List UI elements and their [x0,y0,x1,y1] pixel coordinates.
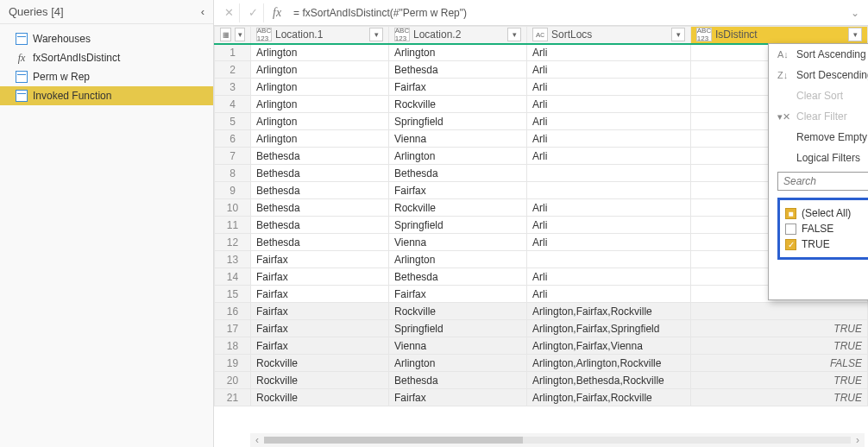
table-menu-icon[interactable]: ▾ [235,28,245,41]
cell-location2: Vienna [389,130,527,148]
table-row[interactable]: 21RockvilleFairfaxArlington,Fairfax,Rock… [215,389,868,406]
formula-bar: ✕ ✓ fx ⌄ [214,0,868,26]
row-number: 6 [215,130,251,148]
menu-remove-empty[interactable]: Remove Empty [769,127,868,148]
formula-input[interactable] [290,5,844,21]
cell-sortlocs: Arlington,Fairfax,Rockville [527,389,691,406]
column-header-sortlocs[interactable]: ACSortLocs▾ [527,27,691,44]
cell-sortlocs: Arli [527,217,691,234]
table-icon: ▦ [220,28,231,41]
cell-location1: Fairfax [251,320,389,337]
cell-location1: Fairfax [251,268,389,286]
cell-location1: Fairfax [251,251,389,268]
filter-option-true[interactable]: ✓TRUE [785,236,868,252]
table-row[interactable]: 19RockvilleArlingtonArlington,Arlington,… [215,355,868,372]
cell-location1: Arlington [251,61,389,79]
table-icon [16,33,28,45]
cell-isdistinct: TRUE [691,389,868,406]
row-number: 10 [215,199,251,217]
cell-location2: Arlington [389,44,527,61]
cell-location1: Bethesda [251,217,389,234]
row-number: 7 [215,148,251,165]
table-icon [16,90,28,102]
cell-location1: Arlington [251,79,389,96]
cell-location1: Rockville [251,389,389,406]
menu-clear-sort: Clear Sort [769,85,868,106]
row-number: 12 [215,234,251,251]
collapse-sidebar-icon[interactable]: ‹ [201,5,204,18]
cell-sortlocs [527,165,691,182]
cell-location1: Arlington [251,113,389,130]
cell-location2: Rockville [389,199,527,217]
menu-sort-ascending[interactable]: A↓Sort Ascending [769,44,868,65]
queries-pane: Queries [4] ‹ WarehousesfxfxSortAndIsDis… [0,0,214,447]
cell-location2: Rockville [389,303,527,320]
cell-location2: Springfield [389,113,527,130]
query-item[interactable]: fxfxSortAndIsDistinct [0,48,213,67]
cell-location2: Arlington [389,251,527,268]
row-number: 19 [215,355,251,372]
formula-cancel-icon[interactable]: ✕ [219,3,240,22]
cell-location2: Fairfax [389,286,527,303]
row-number: 20 [215,372,251,389]
table-row[interactable]: 18FairfaxViennaArlington,Fairfax,ViennaT… [215,337,868,355]
cell-sortlocs: Arli [527,130,691,148]
checkbox-empty-icon [785,224,796,235]
cell-sortlocs: Arlington,Bethesda,Rockville [527,372,691,389]
cell-location1: Fairfax [251,303,389,320]
type-abc-icon: ABC123 [394,28,410,41]
query-item[interactable]: Perm w Rep [0,67,213,86]
cell-location2: Arlington [389,355,527,372]
cell-sortlocs: Arlington,Fairfax,Springfield [527,320,691,337]
query-label: Warehouses [33,33,91,45]
formula-expand-icon[interactable]: ⌄ [847,7,863,19]
cell-location1: Arlington [251,44,389,61]
column-header-isdistinct[interactable]: ABC123IsDistinct▾ [691,27,868,44]
table-row[interactable]: 17FairfaxSpringfieldArlington,Fairfax,Sp… [215,320,868,337]
sort-desc-icon: Z↓ [777,70,789,80]
filter-dd-icon[interactable]: ▾ [848,28,862,41]
row-number: 17 [215,320,251,337]
row-number: 9 [215,182,251,199]
column-header-location1[interactable]: ABC123Location.1▾ [251,27,389,44]
cell-location2: Fairfax [389,389,527,406]
cell-sortlocs: Arlington,Fairfax,Rockville [527,303,691,320]
row-number: 8 [215,165,251,182]
cell-location2: Fairfax [389,79,527,96]
filter-search-input[interactable] [777,172,868,191]
menu-sort-descending[interactable]: Z↓Sort Descending [769,65,868,85]
cell-location1: Fairfax [251,286,389,303]
menu-clear-filter: ▾✕Clear Filter [769,106,868,127]
cell-location2: Bethesda [389,61,527,79]
filter-dd-icon[interactable]: ▾ [369,28,383,41]
column-header-location2[interactable]: ABC123Location.2▾ [389,27,527,44]
cell-isdistinct [691,303,868,320]
menu-logical-filters[interactable]: Logical Filters▸ [769,148,868,168]
table-row[interactable]: 16FairfaxRockvilleArlington,Fairfax,Rock… [215,303,868,320]
query-item[interactable]: Invoked Function [0,86,213,105]
row-number: 14 [215,268,251,286]
fx-icon: fx [267,6,286,20]
filter-option-false[interactable]: FALSE [785,221,868,236]
cell-location2: Fairfax [389,182,527,199]
cell-location1: Bethesda [251,234,389,251]
clear-filter-icon: ▾✕ [777,111,789,123]
horizontal-scrollbar[interactable]: ‹› [250,433,865,447]
cell-sortlocs: Arli [527,61,691,79]
table-row[interactable]: 20RockvilleBethesdaArlington,Bethesda,Ro… [215,372,868,389]
queries-title: Queries [4] [9,5,64,18]
fx-icon: fx [16,52,28,64]
type-text-icon: AC [532,28,548,41]
filter-dd-icon[interactable]: ▾ [507,28,521,41]
cell-location1: Bethesda [251,165,389,182]
cell-sortlocs [527,251,691,268]
filter-option-select-all[interactable]: ■(Select All) [785,205,868,221]
cell-isdistinct: TRUE [691,372,868,389]
table-corner[interactable]: ▦▾ [215,27,251,44]
cell-sortlocs: Arlington,Fairfax,Vienna [527,337,691,355]
formula-accept-icon[interactable]: ✓ [243,3,264,22]
query-item[interactable]: Warehouses [0,29,213,48]
row-number: 2 [215,61,251,79]
type-abc-icon: ABC123 [696,28,712,41]
filter-dd-icon[interactable]: ▾ [671,28,685,41]
